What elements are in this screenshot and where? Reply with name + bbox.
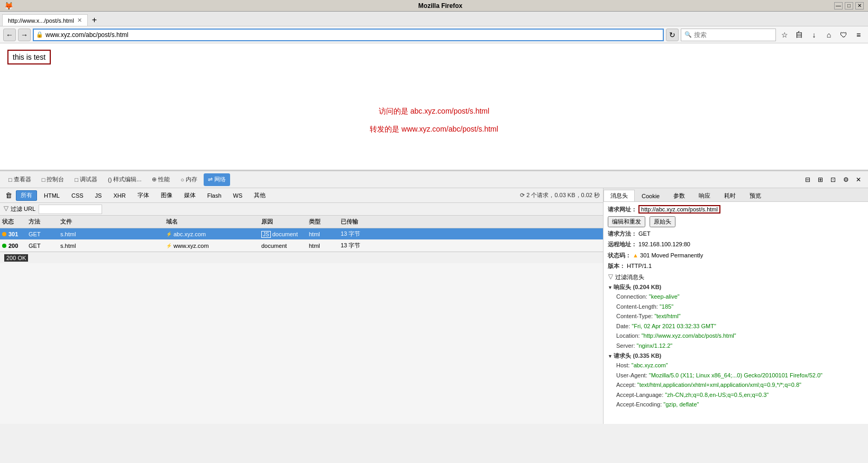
download-button[interactable]: ↓ (808, 29, 820, 41)
memory-tool[interactable]: ○ 内存 (176, 173, 202, 186)
edit-resend-button[interactable]: 编辑和重发 (608, 216, 645, 227)
response-headers-toggle[interactable]: 响应头 (0.204 KB) (608, 283, 864, 291)
home-button[interactable]: ⌂ (823, 29, 835, 41)
redirect-info: 访问的是 abc.xyz.com/post/s.html 转发的是 www.xy… (0, 107, 868, 143)
bookmark-button[interactable]: ☆ (778, 29, 791, 41)
domain-icon: ⚡ (166, 243, 172, 248)
filter-js[interactable]: JS (90, 190, 107, 201)
filter-ws[interactable]: WS (229, 190, 248, 201)
tab-headers[interactable]: 消息头 (604, 190, 635, 201)
tab-params[interactable]: 参数 (666, 190, 692, 201)
filter-media[interactable]: 媒体 (179, 190, 200, 201)
debugger-tool[interactable]: □ 调试器 (70, 173, 102, 186)
status-bar: 200 OK (0, 252, 603, 263)
filter-css[interactable]: CSS (67, 190, 88, 201)
devtools-panel: □ 查看器 □ 控制台 □ 调试器 () 样式编辑... ⊕ 性能 ○ 内存 ⇌… (0, 170, 868, 424)
transferred-cell: 13 字节 (341, 230, 378, 238)
filter-fonts[interactable]: 字体 (133, 190, 154, 201)
tab-preview[interactable]: 预览 (743, 190, 768, 201)
status-dot-301 (2, 232, 6, 236)
col-domain-header: 域名 (166, 218, 261, 226)
file-cell: s.html (60, 231, 166, 237)
dock-side-button[interactable]: ⊟ (802, 174, 813, 185)
url-filter-bar: ▽ 过滤 URL (0, 203, 603, 216)
request-headers-toggle[interactable]: 请求头 (0.335 KB) (608, 352, 864, 360)
console-tool[interactable]: □ 控制台 (38, 173, 69, 186)
firefox-icon: 🦊 (4, 2, 13, 10)
remote-addr-label: 远程地址： (608, 241, 637, 247)
url-input[interactable] (45, 31, 661, 39)
file-cell: s.html (60, 243, 166, 249)
version-row: 版本： HTTP/1.1 (608, 262, 864, 271)
network-panel: 🗑 所有 HTML CSS JS XHR 字体 图像 媒体 Flash WS 其… (0, 188, 868, 424)
header-server: Server: "nginx/1.12.2" (616, 341, 864, 350)
menu-button[interactable]: ≡ (852, 29, 865, 41)
status-code: 200 (8, 243, 18, 249)
nav-actions: ☆ 自 ↓ ⌂ 🛡 ≡ (778, 29, 865, 41)
url-bar-container: 🔒 (33, 29, 664, 41)
pocket-button[interactable]: 🛡 (837, 29, 850, 41)
status-cell: 200 (2, 243, 29, 249)
title-bar: 🦊 Mozilla Firefox — □ ✕ (0, 0, 868, 12)
filter-images[interactable]: 图像 (156, 190, 177, 201)
network-tool[interactable]: ⇌ 网络 (204, 173, 230, 186)
tab-response[interactable]: 响应 (692, 190, 717, 201)
inspector-tool[interactable]: □ 查看器 (4, 173, 35, 186)
type-cell: html (309, 243, 341, 249)
method-cell: GET (29, 231, 60, 237)
test-box: this is test (7, 50, 51, 64)
perf-icon: ⊕ (152, 176, 157, 183)
reader-button[interactable]: 自 (793, 29, 806, 41)
filter-flash[interactable]: Flash (203, 190, 226, 201)
debugger-icon: □ (75, 177, 78, 183)
remote-address-row: 远程地址： 192.168.100.129:80 (608, 240, 864, 249)
dock-bottom-button[interactable]: ⊞ (815, 174, 826, 185)
status-code: 301 (8, 231, 18, 237)
tab-close-button[interactable]: ✕ (77, 17, 82, 24)
undock-button[interactable]: ⊡ (828, 174, 838, 185)
filter-all[interactable]: 所有 (16, 190, 37, 201)
devtools-close-button[interactable]: ✕ (853, 174, 864, 185)
memory-icon: ○ (180, 177, 184, 183)
tab-timings[interactable]: 耗时 (717, 190, 743, 201)
filter-toggle-row[interactable]: ▽ 过滤消息头 (608, 273, 864, 282)
minimize-button[interactable]: — (834, 2, 843, 10)
filter-html[interactable]: HTML (39, 190, 65, 201)
tab-label: http://www.x.../post/s.html (8, 17, 74, 24)
request-url-value: http://abc.xyz.com/post/s.html (638, 205, 720, 214)
filter-url-input[interactable] (39, 205, 102, 214)
refresh-button[interactable]: ↻ (666, 29, 679, 41)
request-method-row: 请求方法： GET (608, 229, 864, 238)
tab-cookie[interactable]: Cookie (635, 190, 666, 201)
close-button[interactable]: ✕ (855, 2, 864, 10)
table-row[interactable]: 200 GET s.html ⚡ www.xyz.com document ht… (0, 240, 603, 252)
raw-button[interactable]: 原始头 (650, 216, 675, 227)
col-type-header: 类型 (309, 218, 341, 226)
domain-icon: ⚡ (166, 232, 172, 237)
request-url-label: 请求网址： (608, 206, 637, 212)
req-header-user-agent: User-Agent: "Mozilla/5.0 (X11; Linux x86… (616, 371, 864, 380)
table-row[interactable]: 301 GET s.html ⚡ abc.xyz.com JS document… (0, 228, 603, 240)
tab-bar: http://www.x.../post/s.html ✕ + (0, 12, 868, 26)
browser-tab[interactable]: http://www.x.../post/s.html ✕ (2, 14, 88, 26)
version-value: HTTP/1.1 (627, 263, 652, 269)
method-value: GET (638, 230, 651, 237)
filter-xhr[interactable]: XHR (108, 190, 130, 201)
filter-other[interactable]: 其他 (249, 190, 270, 201)
clear-network-button[interactable]: 🗑 (3, 190, 14, 201)
forward-button[interactable]: → (18, 29, 31, 41)
devtools-right-controls: ⊟ ⊞ ⊡ ⚙ ✕ (802, 174, 864, 185)
domain-value: www.xyz.com (173, 243, 209, 249)
settings-button[interactable]: ⚙ (840, 174, 851, 185)
maximize-button[interactable]: □ (845, 2, 853, 10)
new-tab-button[interactable]: + (88, 14, 101, 26)
performance-tool[interactable]: ⊕ 性能 (148, 173, 174, 186)
search-input[interactable] (694, 31, 763, 39)
req-header-accept: Accept: "text/html,application/xhtml+xml… (616, 381, 864, 390)
col-file-header: 文件 (60, 218, 166, 226)
console-icon: □ (42, 177, 45, 183)
network-table-header: 状态 方法 文件 域名 原因 类型 已传输 (0, 216, 603, 228)
detail-tabs: 消息头 Cookie 参数 响应 耗时 预览 (604, 188, 868, 202)
back-button[interactable]: ← (3, 29, 16, 41)
style-editor-tool[interactable]: () 样式编辑... (104, 173, 146, 186)
